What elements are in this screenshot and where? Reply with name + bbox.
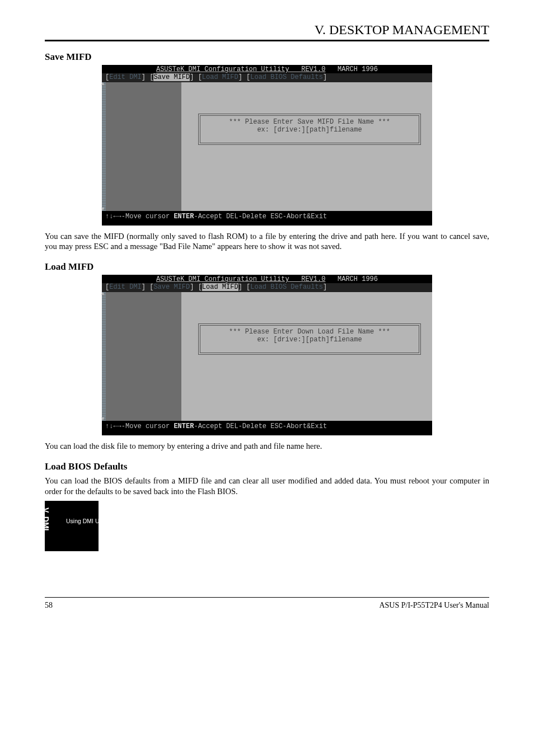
side-tab-subtitle: Using DMI Utility [66, 518, 110, 525]
page-number: 58 [45, 601, 53, 610]
dmi-title: ASUSTeK DMI Configuration Utility REV1.0… [102, 65, 432, 73]
dmi-dialog-save: *** Please Enter Save MIFD File Name ***… [198, 114, 421, 145]
dmi-screenshot-save: ASUSTeK DMI Configuration Utility REV1.0… [102, 65, 432, 226]
page-header-title: V. DESKTOP MANAGEMENT [45, 22, 489, 37]
dmi-dialog-load: *** Please Enter Down Load File Name ***… [198, 323, 421, 355]
section-title-load: Load MIFD [45, 261, 489, 273]
body-text-bios: You can load the BIOS defaults from a MI… [45, 476, 489, 496]
section-title-save: Save MIFD [45, 51, 489, 63]
side-tab: V. DMI Using DMI Utility [45, 501, 99, 551]
body-text-load: You can load the disk file to memory by … [45, 441, 489, 451]
dmi-footer-help: ↑↓←→-Move cursor ENTER-Accept DEL-Delete… [105, 422, 327, 430]
side-tab-section: V. DMI [41, 508, 50, 531]
dmi-right-panel: *** Please Enter Save MIFD File Name ***… [181, 82, 432, 211]
dialog-line2: ex: [drive:][path]filename [204, 126, 415, 134]
dmi-scroll-strip [102, 292, 106, 421]
dialog-line1: *** Please Enter Save MIFD File Name *** [204, 118, 415, 126]
dmi-left-panel [102, 82, 181, 211]
dmi-title: ASUSTeK DMI Configuration Utility REV1.0… [102, 275, 432, 283]
dmi-footer-help: ↑↓←→-Move cursor ENTER-Accept DEL-Delete… [105, 213, 327, 220]
dmi-screenshot-load: ASUSTeK DMI Configuration Utility REV1.0… [102, 275, 432, 435]
dmi-menu: [Edit DMI] [Save MIFD] [Load MIFD] [Load… [102, 283, 432, 292]
dmi-menu: [Edit DMI] [Save MIFD] [Load MIFD] [Load… [102, 73, 432, 82]
dialog-line2: ex: [drive:][path]filename [204, 336, 415, 344]
dmi-right-panel: *** Please Enter Down Load File Name ***… [181, 292, 432, 421]
dialog-line1: *** Please Enter Down Load File Name *** [204, 328, 415, 336]
body-text-save: You can save the MIFD (normally only sav… [45, 231, 489, 251]
dmi-left-panel [102, 292, 181, 421]
section-title-bios: Load BIOS Defaults [45, 461, 489, 472]
manual-title: ASUS P/I-P55T2P4 User's Manual [379, 601, 489, 610]
page-footer: 58 ASUS P/I-P55T2P4 User's Manual [45, 597, 489, 610]
dmi-scroll-strip [102, 82, 106, 211]
